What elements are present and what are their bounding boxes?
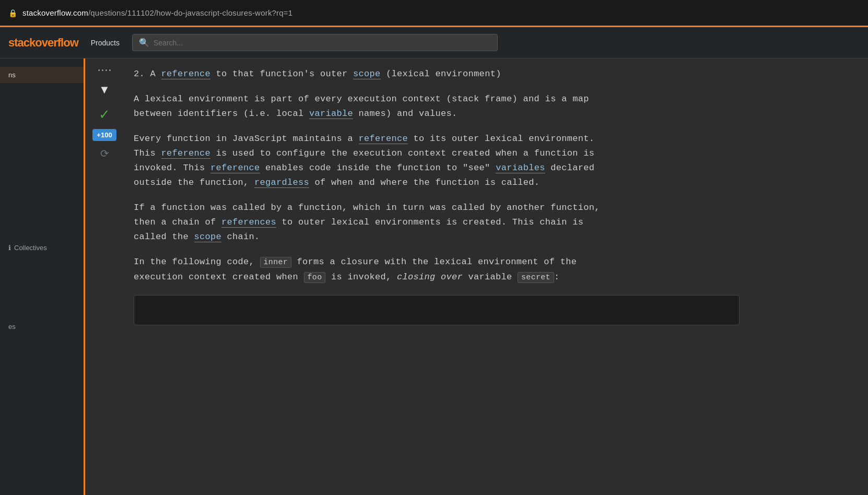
scroll-indicator	[84, 58, 85, 495]
browser-bar: 🔒 stackoverflow.com/questions/111102/how…	[0, 0, 868, 27]
search-icon: 🔍	[139, 38, 149, 48]
para4-code-inner: inner	[260, 257, 292, 268]
collectives-label: Collectives	[14, 244, 47, 252]
sidebar-collectives[interactable]: ℹ Collectives	[0, 240, 85, 256]
search-bar[interactable]: 🔍	[132, 34, 498, 51]
accepted-check-icon[interactable]: ✓	[99, 107, 110, 123]
vote-score-dots: • • • •	[98, 67, 111, 73]
page-layout: ns ℹ Collectives es • • • • ▼ ✓ +100 ⟳ 2…	[0, 58, 868, 495]
para2-link-regardless[interactable]: regardless	[254, 178, 309, 188]
code-block	[134, 295, 740, 326]
main-content: 2. A reference to that function's outer …	[123, 58, 750, 495]
para4-italic-text: closing over	[397, 272, 463, 282]
sidebar-item-ns[interactable]: ns	[0, 67, 85, 83]
para1-link-variable[interactable]: variable	[309, 109, 353, 119]
para2-text4: enables code inside the function to "see…	[260, 163, 496, 173]
para4-text1: In the following code,	[134, 257, 260, 267]
para2-text1: Every function in JavaScript maintains a	[134, 134, 359, 144]
para4-code-secret: secret	[518, 272, 554, 283]
para4-text3: is invoked,	[325, 272, 397, 282]
search-input[interactable]	[154, 39, 491, 47]
section-header-link-reference[interactable]: reference	[161, 69, 211, 79]
para3-link-references[interactable]: references	[221, 217, 276, 228]
section-header-link-scope[interactable]: scope	[353, 69, 381, 79]
sidebar-item-es[interactable]: es	[0, 319, 85, 335]
para3-text3: chain.	[221, 232, 260, 242]
paragraph-3: If a function was called by a function, …	[134, 201, 740, 244]
so-header: stackoverflow Products 🔍	[0, 27, 868, 58]
para4-text4: variable	[463, 272, 518, 282]
paragraph-2: Every function in JavaScript maintains a…	[134, 132, 740, 190]
para2-link-reference1[interactable]: reference	[359, 134, 408, 144]
paragraph-1: A lexical environment is part of every e…	[134, 92, 740, 121]
url-bar[interactable]: stackoverflow.com/questions/111102/how-d…	[22, 8, 292, 17]
para4-code-foo: foo	[304, 272, 326, 283]
url-path: /questions/111102/how-do-javascript-clos…	[88, 8, 292, 17]
sidebar: ns ℹ Collectives es	[0, 58, 86, 495]
section-header-suffix: (lexical environment)	[381, 69, 501, 79]
history-icon[interactable]: ⟳	[100, 147, 109, 160]
vote-down-button[interactable]: ▼	[94, 79, 115, 100]
section-2-header: 2. A reference to that function's outer …	[134, 67, 740, 81]
paragraph-4: In the following code, inner forms a clo…	[134, 255, 740, 284]
bounty-badge[interactable]: +100	[92, 129, 116, 141]
nav-products[interactable]: Products	[91, 39, 120, 47]
code-block-content	[143, 305, 147, 314]
url-domain: stackoverflow.com	[22, 8, 88, 17]
para2-link-variables[interactable]: variables	[496, 163, 545, 173]
para1-text2: names) and values.	[353, 109, 458, 119]
para2-link-reference2[interactable]: reference	[161, 148, 211, 159]
para2-text6: of when and where the function is called…	[309, 178, 539, 187]
answer-body: 2. A reference to that function's outer …	[134, 67, 740, 325]
para2-link-reference3[interactable]: reference	[210, 163, 260, 173]
para4-colon: :	[554, 272, 560, 282]
vote-sidebar: • • • • ▼ ✓ +100 ⟳	[86, 58, 123, 495]
para3-link-scope[interactable]: scope	[194, 232, 222, 242]
so-logo[interactable]: stackoverflow	[8, 36, 78, 50]
logo-text: stackoverflow	[8, 36, 78, 49]
section-number: 2. A	[134, 69, 161, 79]
info-icon: ℹ	[8, 244, 11, 252]
section-header-text: to that function's outer	[210, 69, 353, 79]
lock-icon: 🔒	[8, 9, 17, 17]
